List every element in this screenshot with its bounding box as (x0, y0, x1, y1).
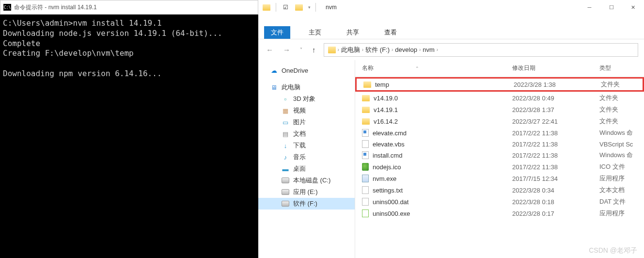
cmd-icon: C:\ (3, 4, 11, 11)
folder-icon (262, 3, 271, 12)
file-type: Windows 命 (599, 151, 644, 160)
file-date: 2022/3/28 0:18 (512, 198, 599, 206)
qat-dropdown-icon[interactable]: ▾ (308, 5, 311, 10)
file-type: ICO 文件 (599, 162, 644, 171)
file-row[interactable]: temp2022/3/28 1:38文件夹 (355, 77, 644, 92)
file-name: nodejs.ico (373, 163, 401, 171)
recent-dropdown-icon[interactable]: ˅ (298, 46, 304, 53)
forward-button[interactable]: → (281, 45, 292, 55)
column-header-name[interactable]: 名称 ⌃ (362, 64, 512, 72)
file-type: 应用程序 (599, 174, 644, 183)
up-button[interactable]: ↑ (310, 45, 318, 55)
sidebar-item-documents[interactable]: ▤ 文档 (258, 128, 355, 140)
folder-icon (328, 47, 336, 53)
document-icon: ▤ (282, 130, 289, 138)
file-row[interactable]: unins000.exe2022/3/28 0:17应用程序 (355, 208, 644, 219)
file-row[interactable]: v14.19.02022/3/28 0:49文件夹 (355, 92, 644, 104)
file-type: 文本文档 (599, 186, 644, 194)
breadcrumb-item[interactable]: develop (395, 46, 417, 53)
file-type: 文件夹 (599, 117, 644, 126)
sidebar-item-music[interactable]: ♪ 音乐 (258, 151, 355, 163)
chevron-right-icon[interactable]: › (362, 47, 363, 52)
file-date: 2017/2/22 11:38 (512, 163, 599, 171)
file-type: 文件夹 (599, 94, 644, 102)
sidebar-item-downloads[interactable]: ↓ 下载 (258, 140, 355, 151)
tab-share[interactable]: 共享 (340, 26, 366, 39)
file-date: 2017/2/22 11:38 (512, 141, 599, 148)
chevron-right-icon[interactable]: › (338, 47, 339, 52)
terminal-window: C:\ 命令提示符 - nvm install 14.19.1 C:\Users… (0, 0, 258, 258)
file-row[interactable]: v16.14.22022/3/27 22:41文件夹 (355, 115, 644, 127)
maximize-button[interactable]: ☐ (600, 0, 622, 14)
file-name: v14.19.1 (374, 106, 398, 113)
file-name: v16.14.2 (374, 118, 398, 125)
terminal-title: 命令提示符 - nvm install 14.19.1 (14, 3, 97, 12)
file-icon (362, 151, 369, 159)
column-header-date[interactable]: 修改日期 (512, 64, 599, 72)
file-date: 2022/3/28 1:37 (512, 106, 599, 113)
explorer-content: ☁ OneDrive 🖥 此电脑 ▫ 3D 对象 ▦ 视频 ▭ 图片 ▤ (258, 60, 644, 258)
file-name: elevate.cmd (373, 129, 407, 137)
ribbon-tabs: 文件 主页 共享 查看 (258, 25, 644, 39)
file-icon (362, 175, 369, 182)
tab-view[interactable]: 查看 (377, 26, 404, 39)
file-row[interactable]: v14.19.12022/3/28 1:37文件夹 (355, 104, 644, 115)
column-header-type[interactable]: 类型 (599, 64, 644, 72)
explorer-window: ☑ ▾ nvm ─ ☐ ✕ 文件 主页 共享 查看 ← → ˅ ↑ › 此电脑 … (258, 0, 644, 258)
chevron-right-icon[interactable]: › (437, 47, 438, 52)
pc-icon: 🖥 (270, 83, 278, 91)
sidebar-item-onedrive[interactable]: ☁ OneDrive (258, 65, 355, 76)
breadcrumb-item[interactable]: 软件 (F:) (365, 46, 390, 54)
tab-file[interactable]: 文件 (264, 26, 290, 39)
sidebar-item-diskf[interactable]: 软件 (F:) (258, 198, 355, 210)
tab-home[interactable]: 主页 (302, 26, 328, 39)
file-icon (362, 163, 369, 171)
file-type: DAT 文件 (599, 197, 644, 206)
minimize-button[interactable]: ─ (579, 0, 600, 14)
sidebar-item-videos[interactable]: ▦ 视频 (258, 105, 355, 116)
back-button[interactable]: ← (264, 45, 275, 55)
folder-icon-2 (295, 3, 303, 12)
file-row[interactable]: install.cmd2017/2/22 11:38Windows 命 (355, 149, 644, 161)
terminal-output[interactable]: C:\Users\admin>nvm install 14.19.1 Downl… (0, 15, 258, 83)
file-row[interactable]: unins000.dat2022/3/28 0:18DAT 文件 (355, 196, 644, 208)
video-icon: ▦ (282, 107, 289, 114)
chevron-right-icon[interactable]: › (392, 47, 393, 52)
file-row[interactable]: settings.txt2022/3/28 0:34文本文档 (355, 184, 644, 196)
sidebar-item-thispc[interactable]: 🖥 此电脑 (258, 81, 355, 93)
navigation-pane: ☁ OneDrive 🖥 此电脑 ▫ 3D 对象 ▦ 视频 ▭ 图片 ▤ (258, 60, 355, 258)
close-button[interactable]: ✕ (622, 0, 644, 14)
file-date: 2022/3/28 0:49 (512, 95, 599, 102)
breadcrumb[interactable]: › 此电脑 › 软件 (F:) › develop › nvm › (324, 43, 639, 57)
chevron-right-icon[interactable]: › (419, 47, 421, 52)
breadcrumb-item[interactable]: 此电脑 (341, 46, 360, 54)
file-name: unins000.dat (373, 198, 408, 206)
quick-access-toolbar: ☑ ▾ nvm (258, 1, 337, 14)
file-name: elevate.vbs (373, 141, 405, 148)
sidebar-item-3dobjects[interactable]: ▫ 3D 对象 (258, 93, 355, 105)
file-date: 2022/3/27 22:41 (512, 118, 599, 125)
file-type: 文件夹 (599, 105, 644, 114)
file-name: temp (375, 81, 389, 88)
breadcrumb-item[interactable]: nvm (423, 46, 435, 53)
file-row[interactable]: elevate.vbs2017/2/22 11:38VBScript Sc (355, 139, 644, 149)
sidebar-item-pictures[interactable]: ▭ 图片 (258, 116, 355, 128)
file-name: settings.txt (373, 187, 403, 194)
sidebar-item-diske[interactable]: 应用 (E:) (258, 186, 355, 198)
file-date: 2022/3/28 0:17 (512, 210, 599, 217)
file-row[interactable]: elevate.cmd2017/2/22 11:38Windows 命 (355, 127, 644, 139)
file-type: VBScript Sc (599, 141, 644, 148)
sidebar-item-diskc[interactable]: 本地磁盘 (C:) (258, 175, 355, 186)
folder-icon (363, 81, 371, 88)
folder-icon (362, 118, 370, 125)
terminal-titlebar[interactable]: C:\ 命令提示符 - nvm install 14.19.1 (0, 0, 258, 15)
cloud-icon: ☁ (270, 66, 278, 74)
folder-icon (362, 95, 370, 101)
file-type: 文件夹 (601, 80, 643, 89)
properties-icon[interactable]: ☑ (281, 3, 290, 12)
cube-icon: ▫ (282, 95, 289, 103)
file-date: 2022/3/28 0:34 (512, 187, 599, 194)
file-row[interactable]: nvm.exe2017/7/15 12:34应用程序 (355, 173, 644, 184)
sidebar-item-desktop[interactable]: ▬ 桌面 (258, 163, 355, 175)
file-row[interactable]: nodejs.ico2017/2/22 11:38ICO 文件 (355, 161, 644, 173)
